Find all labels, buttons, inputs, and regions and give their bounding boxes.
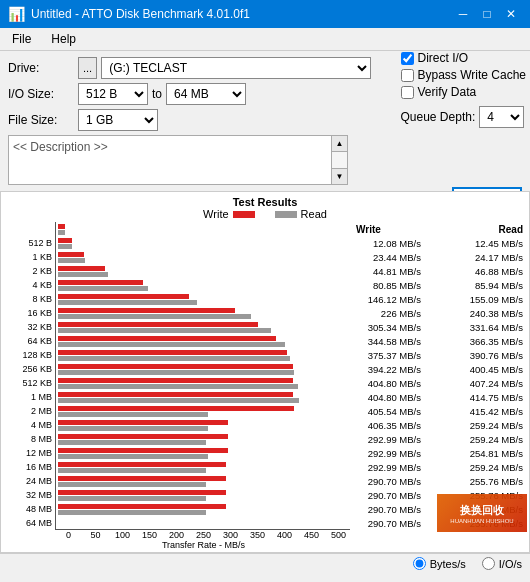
write-bar [58,224,65,229]
bar-pair [58,264,348,278]
row-label: 48 MB [7,502,55,516]
read-bar [58,286,148,291]
io-radio[interactable] [482,557,495,570]
drive-select[interactable]: (G:) TECLAST [101,57,371,79]
menu-file[interactable]: File [4,30,39,48]
write-bar [58,448,228,453]
bypass-write-cache-checkbox[interactable] [401,69,414,82]
write-bar [58,406,294,411]
direct-io-label: Direct I/O [418,51,469,65]
read-bar [58,244,72,249]
x-axis-label: 150 [136,530,163,540]
x-axis-title: Transfer Rate - MB/s [7,540,352,550]
row-label: 64 MB [7,516,55,530]
row-label: 32 MB [7,488,55,502]
menu-bar: File Help [0,28,530,51]
x-axis-label: 300 [217,530,244,540]
data-row: 305.34 MB/s331.64 MB/s [356,320,523,334]
data-row: 23.44 MB/s24.17 MB/s [356,250,523,264]
verify-data-row: Verify Data [401,85,527,99]
write-bar [58,266,105,271]
direct-io-checkbox[interactable] [401,52,414,65]
chart-title: Test Results [7,196,523,208]
read-bar [58,384,298,389]
write-bar [58,364,293,369]
read-bar [58,314,251,319]
verify-data-label: Verify Data [418,85,477,99]
bar-pair [58,236,348,250]
bar-pair [58,362,348,376]
read-color-swatch [275,211,297,218]
bar-pair [58,320,348,334]
verify-data-checkbox[interactable] [401,86,414,99]
read-bar [58,272,108,277]
bytes-radio[interactable] [413,557,426,570]
maximize-button[interactable]: □ [476,4,498,24]
io-size-from-select[interactable]: 512 B [78,83,148,105]
row-labels-column: 512 B1 KB2 KB4 KB8 KB16 KB32 KB64 KB128 … [7,222,55,530]
bar-pair [58,418,348,432]
row-label: 64 KB [7,334,55,348]
write-bar [58,434,228,439]
description-scrollbar[interactable]: ▲ ▼ [331,136,347,184]
x-axis: 050100150200250300350400450500 [7,530,352,540]
read-bar [58,496,206,501]
row-label: 4 KB [7,278,55,292]
description-area: << Description >> ▲ ▼ [8,135,348,185]
window-title: Untitled - ATTO Disk Benchmark 4.01.0f1 [31,7,250,21]
chart-main: 512 B1 KB2 KB4 KB8 KB16 KB32 KB64 KB128 … [7,222,523,530]
write-bar [58,392,293,397]
bar-pair [58,460,348,474]
x-axis-label: 0 [55,530,82,540]
bar-pair [58,278,348,292]
close-button[interactable]: ✕ [500,4,522,24]
read-bar [58,370,294,375]
read-bar [58,426,208,431]
read-bar [58,510,206,515]
x-axis-label: 250 [190,530,217,540]
write-bar [58,378,293,383]
scroll-up-button[interactable]: ▲ [332,136,347,152]
read-bar [58,356,290,361]
data-row: 146.12 MB/s155.09 MB/s [356,292,523,306]
data-row: 344.58 MB/s366.35 MB/s [356,334,523,348]
io-label: I/O/s [499,558,522,570]
write-bar [58,420,228,425]
bottom-bar: Bytes/s I/O/s [0,553,530,573]
write-bar [58,280,143,285]
direct-io-row: Direct I/O [401,51,527,65]
row-label: 8 MB [7,432,55,446]
write-bar [58,462,226,467]
write-bar [58,294,189,299]
read-bar [58,342,285,347]
bars-column [55,222,350,530]
chart-legend: Write Read [7,208,523,220]
queue-depth-select[interactable]: 4 [479,106,524,128]
write-bar [58,350,287,355]
data-row: 405.54 MB/s415.42 MB/s [356,404,523,418]
file-size-label: File Size: [8,113,78,127]
queue-depth-label: Queue Depth: [401,110,476,124]
bar-pair [58,334,348,348]
drive-browse-button[interactable]: ... [78,57,97,79]
queue-depth-row: Queue Depth: 4 [401,106,527,128]
write-bar [58,252,84,257]
app-icon: 📊 [8,6,25,22]
bar-pair [58,292,348,306]
read-bar [58,412,208,417]
minimize-button[interactable]: ─ [452,4,474,24]
chart-section: Test Results Write Read 512 B1 KB2 KB4 K… [0,191,530,553]
write-bar [58,504,226,509]
row-label: 2 MB [7,404,55,418]
io-size-to-select[interactable]: 64 MB [166,83,246,105]
bar-pair [58,348,348,362]
file-size-select[interactable]: 1 GB [78,109,158,131]
data-values-column: WriteRead12.08 MB/s12.45 MB/s23.44 MB/s2… [350,222,523,530]
main-form: Drive: ... (G:) TECLAST I/O Size: 512 B … [0,51,530,191]
menu-help[interactable]: Help [43,30,84,48]
read-label: Read [301,208,327,220]
scroll-down-button[interactable]: ▼ [332,168,347,184]
write-legend: Write [203,208,254,220]
read-bar [58,482,206,487]
data-row: 404.80 MB/s414.75 MB/s [356,390,523,404]
